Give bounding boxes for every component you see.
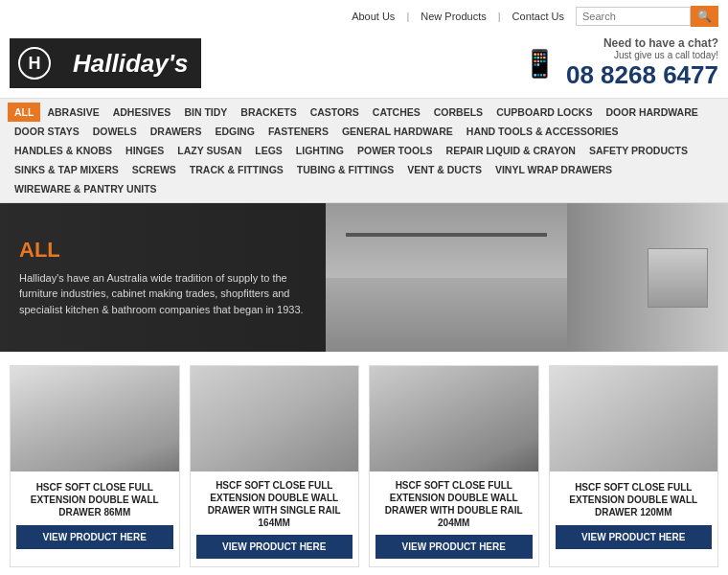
logo-text: Halliday's (59, 38, 201, 88)
nav-item-cupboard-locks[interactable]: CUPBOARD LOCKS (489, 103, 599, 122)
nav-item-brackets[interactable]: BRACKETS (234, 103, 303, 122)
view-product-button[interactable]: VIEW PRODUCT HERE (556, 525, 713, 549)
nav-item-drawers[interactable]: DRAWERS (144, 122, 209, 141)
product-info: HSCF SOFT CLOSE FULL EXTENSION DOUBLE WA… (370, 472, 538, 566)
kitchen-image (326, 203, 728, 352)
nav-item-door-hardware[interactable]: DOOR HARDWARE (599, 103, 704, 122)
sep1: | (406, 11, 409, 22)
product-name: HSCF SOFT CLOSE FULL EXTENSION DOUBLE WA… (16, 479, 173, 519)
nav-item-hinges[interactable]: HINGES (119, 141, 171, 160)
products-section: HSCF SOFT CLOSE FULL EXTENSION DOUBLE WA… (0, 352, 728, 575)
product-card: HSCF SOFT CLOSE FULL EXTENSION DOUBLE WA… (190, 365, 360, 567)
product-info: HSCF SOFT CLOSE FULL EXTENSION DOUBLE WA… (11, 472, 179, 557)
product-card: HSCF SOFT CLOSE FULL EXTENSION DOUBLE WA… (549, 365, 719, 567)
contact-link[interactable]: Contact Us (512, 11, 564, 22)
logo-icon: H (10, 38, 59, 88)
nav-item-vinyl-wrap-drawers[interactable]: VINYL WRAP DRAWERS (489, 160, 619, 179)
about-link[interactable]: About Us (352, 11, 395, 22)
nav-item-corbels[interactable]: CORBELS (427, 103, 489, 122)
phone-icon: 📱 (523, 48, 557, 80)
product-info: HSCF SOFT CLOSE FULL EXTENSION DOUBLE WA… (191, 472, 359, 566)
nav-item-power-tools[interactable]: POWER TOOLS (351, 141, 440, 160)
nav-item-vent---ducts[interactable]: VENT & DUCTS (400, 160, 489, 179)
hero-description: Halliday's have an Australia wide tradit… (19, 270, 307, 318)
new-products-link[interactable]: New Products (421, 11, 486, 22)
nav-item-track---fittings[interactable]: TRACK & FITTINGS (183, 160, 290, 179)
chat-info: Need to have a chat? Just give us a call… (566, 36, 718, 90)
nav-item-legs[interactable]: LEGS (248, 141, 289, 160)
header: H Halliday's 📱 Need to have a chat? Just… (0, 33, 728, 98)
nav-item-sinks---tap-mixers[interactable]: SINKS & TAP MIXERS (8, 160, 125, 179)
sep2: | (498, 11, 501, 22)
nav-item-adhesives[interactable]: ADHESIVES (106, 103, 178, 122)
product-image (191, 366, 359, 472)
chat-box: 📱 Need to have a chat? Just give us a ca… (523, 36, 718, 90)
hero-bg: ALL Halliday's have an Australia wide tr… (0, 203, 728, 352)
search-input[interactable] (576, 7, 691, 26)
product-name: HSCF SOFT CLOSE FULL EXTENSION DOUBLE WA… (375, 479, 533, 529)
nav-item-handles---knobs[interactable]: HANDLES & KNOBS (8, 141, 119, 160)
view-product-button[interactable]: VIEW PRODUCT HERE (16, 525, 173, 549)
product-name: HSCF SOFT CLOSE FULL EXTENSION DOUBLE WA… (556, 479, 713, 519)
nav-item-hand-tools---accessories[interactable]: HAND TOOLS & ACCESSORIES (460, 122, 626, 141)
nav-item-repair-liquid---crayon[interactable]: REPAIR LIQUID & CRAYON (440, 141, 582, 160)
logo[interactable]: H Halliday's (10, 38, 201, 88)
nav-item-screws[interactable]: SCREWS (125, 160, 183, 179)
chat-sub: Just give us a call today! (566, 50, 718, 60)
product-card: HSCF SOFT CLOSE FULL EXTENSION DOUBLE WA… (369, 365, 539, 567)
chat-phone: 08 8268 6477 (566, 60, 718, 90)
top-bar: About Us | New Products | Contact Us 🔍 (0, 0, 728, 33)
search-button[interactable]: 🔍 (691, 6, 718, 27)
nav-item-bin-tidy[interactable]: BIN TIDY (177, 103, 234, 122)
nav-item-tubing---fittings[interactable]: TUBING & FITTINGS (290, 160, 401, 179)
view-product-button[interactable]: VIEW PRODUCT HERE (375, 535, 533, 559)
nav-item-dowels[interactable]: DOWELS (86, 122, 144, 141)
products-grid-row1: HSCF SOFT CLOSE FULL EXTENSION DOUBLE WA… (10, 365, 718, 567)
nav-item-abrasive[interactable]: ABRASIVE (40, 103, 105, 122)
product-image (11, 366, 179, 472)
chat-label: Need to have a chat? (566, 36, 718, 50)
product-info: HSCF SOFT CLOSE FULL EXTENSION DOUBLE WA… (550, 472, 718, 557)
product-name: HSCF SOFT CLOSE FULL EXTENSION DOUBLE WA… (196, 479, 353, 529)
nav-container: ALLABRASIVEADHESIVESBIN TIDYBRACKETSCAST… (0, 98, 728, 203)
hero-overlay: ALL Halliday's have an Australia wide tr… (0, 203, 326, 352)
view-product-button[interactable]: VIEW PRODUCT HERE (196, 535, 353, 559)
product-image (550, 366, 718, 472)
nav-item-castors[interactable]: CASTORS (304, 103, 366, 122)
search-box: 🔍 (576, 6, 718, 27)
product-card: HSCF SOFT CLOSE FULL EXTENSION DOUBLE WA… (10, 365, 180, 567)
nav-item-safety-products[interactable]: SAFETY PRODUCTS (582, 141, 694, 160)
nav-row: ALLABRASIVEADHESIVESBIN TIDYBRACKETSCAST… (8, 103, 720, 198)
nav-item-catches[interactable]: CATCHES (366, 103, 427, 122)
hero-banner: ALL Halliday's have an Australia wide tr… (0, 203, 728, 352)
nav-item-fasteners[interactable]: FASTENERS (262, 122, 335, 141)
nav-item-lighting[interactable]: LIGHTING (289, 141, 351, 160)
product-image (370, 366, 538, 472)
hero-title: ALL (19, 238, 307, 263)
nav-item-lazy-susan[interactable]: LAZY SUSAN (171, 141, 248, 160)
search-icon: 🔍 (697, 10, 712, 23)
nav-item-door-stays[interactable]: DOOR STAYS (8, 122, 86, 141)
nav-item-general-hardware[interactable]: GENERAL HARDWARE (335, 122, 460, 141)
svg-text:H: H (29, 54, 41, 73)
nav-item-edging[interactable]: EDGING (208, 122, 261, 141)
nav-item-wireware---pantry-units[interactable]: WIREWARE & PANTRY UNITS (8, 179, 164, 198)
nav-item-all[interactable]: ALL (8, 103, 40, 122)
